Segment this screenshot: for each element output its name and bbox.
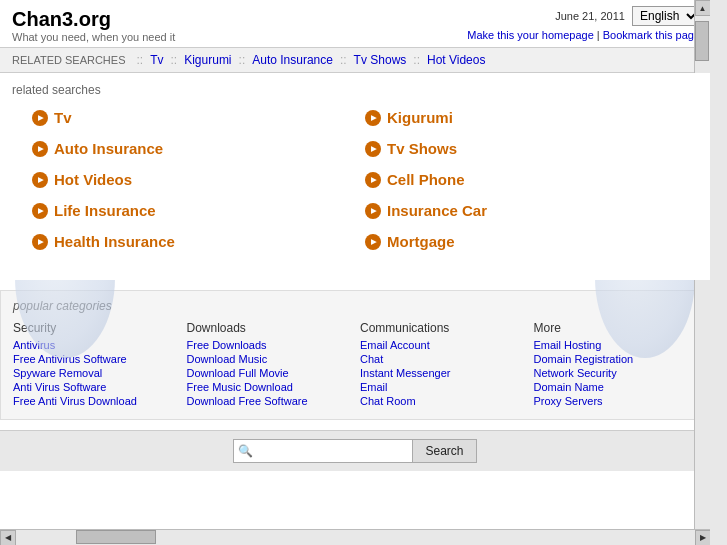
link-email-account[interactable]: Email Account	[360, 339, 524, 351]
search-input[interactable]	[233, 439, 413, 463]
nav-sep-1: ::	[137, 53, 144, 67]
link-kigurumi-label: Kigurumi	[387, 109, 453, 126]
link-mortgage-label: Mortgage	[387, 233, 455, 250]
link-instant-messenger[interactable]: Instant Messenger	[360, 367, 524, 379]
link-chat[interactable]: Chat	[360, 353, 524, 365]
link-download-free-software[interactable]: Download Free Software	[187, 395, 351, 407]
arrow-icon-tv	[32, 110, 48, 126]
link-health-insurance[interactable]: Health Insurance	[32, 233, 345, 250]
nav-sep-3: ::	[239, 53, 246, 67]
link-domain-registration[interactable]: Domain Registration	[534, 353, 698, 365]
link-health-insurance-label: Health Insurance	[54, 233, 175, 250]
link-download-music[interactable]: Download Music	[187, 353, 351, 365]
arrow-icon-insurance-car	[365, 203, 381, 219]
link-free-downloads[interactable]: Free Downloads	[187, 339, 351, 351]
nav-sep-2: ::	[171, 53, 178, 67]
search-bar: 🔍 Search	[0, 430, 710, 471]
link-domain-name[interactable]: Domain Name	[534, 381, 698, 393]
bottom-scrollbar: ◀ ▶	[0, 529, 710, 545]
link-free-antivirus-software[interactable]: Free Antivirus Software	[13, 353, 177, 365]
category-communications-title: Communications	[360, 321, 524, 335]
link-auto-insurance[interactable]: Auto Insurance	[32, 140, 345, 157]
link-life-insurance[interactable]: Life Insurance	[32, 202, 345, 219]
search-button[interactable]: Search	[413, 439, 476, 463]
link-free-music-download[interactable]: Free Music Download	[187, 381, 351, 393]
category-downloads: Downloads Free Downloads Download Music …	[187, 321, 351, 409]
link-proxy-servers[interactable]: Proxy Servers	[534, 395, 698, 407]
homepage-link[interactable]: Make this your homepage	[467, 29, 594, 41]
arrow-icon-health-insurance	[32, 234, 48, 250]
nav-item-kigurumi[interactable]: Kigurumi	[184, 53, 231, 67]
popular-title: popular categories	[13, 299, 697, 313]
link-chat-room[interactable]: Chat Room	[360, 395, 524, 407]
arrow-icon-mortgage	[365, 234, 381, 250]
link-tv-label: Tv	[54, 109, 72, 126]
link-spyware-removal[interactable]: Spyware Removal	[13, 367, 177, 379]
link-auto-insurance-label: Auto Insurance	[54, 140, 163, 157]
bookmark-link[interactable]: Bookmark this page	[603, 29, 700, 41]
search-magnifier-icon: 🔍	[238, 444, 253, 458]
category-communications: Communications Email Account Chat Instan…	[360, 321, 524, 409]
link-free-anti-virus-download[interactable]: Free Anti Virus Download	[13, 395, 177, 407]
nav-sep-5: ::	[413, 53, 420, 67]
scroll-right-button[interactable]: ▶	[695, 530, 710, 546]
link-download-full-movie[interactable]: Download Full Movie	[187, 367, 351, 379]
scroll-thumb-horizontal[interactable]	[76, 530, 156, 544]
nav-item-auto-insurance[interactable]: Auto Insurance	[252, 53, 333, 67]
link-tv-shows-label: Tv Shows	[387, 140, 457, 157]
link-cell-phone[interactable]: Cell Phone	[365, 171, 678, 188]
nav-item-tv[interactable]: Tv	[150, 53, 163, 67]
link-anti-virus-software[interactable]: Anti Virus Software	[13, 381, 177, 393]
nav-item-hot-videos[interactable]: Hot Videos	[427, 53, 485, 67]
language-select[interactable]: English	[632, 6, 700, 26]
link-tv-shows[interactable]: Tv Shows	[365, 140, 678, 157]
link-insurance-car-label: Insurance Car	[387, 202, 487, 219]
link-mortgage[interactable]: Mortgage	[365, 233, 678, 250]
arrow-icon-auto-insurance	[32, 141, 48, 157]
link-tv[interactable]: Tv	[32, 109, 345, 126]
arrow-icon-life-insurance	[32, 203, 48, 219]
arrow-icon-tv-shows	[365, 141, 381, 157]
link-network-security[interactable]: Network Security	[534, 367, 698, 379]
scroll-thumb-vertical[interactable]	[695, 21, 709, 61]
link-hot-videos-label: Hot Videos	[54, 171, 132, 188]
date-label: June 21, 2011	[555, 10, 625, 22]
nav-bar: RELATED SEARCHES :: Tv :: Kigurumi :: Au…	[0, 48, 710, 73]
link-hot-videos[interactable]: Hot Videos	[32, 171, 345, 188]
category-downloads-title: Downloads	[187, 321, 351, 335]
nav-item-tv-shows[interactable]: Tv Shows	[354, 53, 407, 67]
link-insurance-car[interactable]: Insurance Car	[365, 202, 678, 219]
arrow-icon-hot-videos	[32, 172, 48, 188]
nav-sep-4: ::	[340, 53, 347, 67]
scroll-left-button[interactable]: ◀	[0, 530, 16, 546]
arrow-icon-cell-phone	[365, 172, 381, 188]
nav-label: RELATED SEARCHES	[12, 54, 126, 66]
related-searches-title: related searches	[12, 83, 698, 97]
link-email[interactable]: Email	[360, 381, 524, 393]
arrow-icon-kigurumi	[365, 110, 381, 126]
scroll-up-button[interactable]: ▲	[695, 0, 711, 16]
link-life-insurance-label: Life Insurance	[54, 202, 156, 219]
link-cell-phone-label: Cell Phone	[387, 171, 465, 188]
link-kigurumi[interactable]: Kigurumi	[365, 109, 678, 126]
